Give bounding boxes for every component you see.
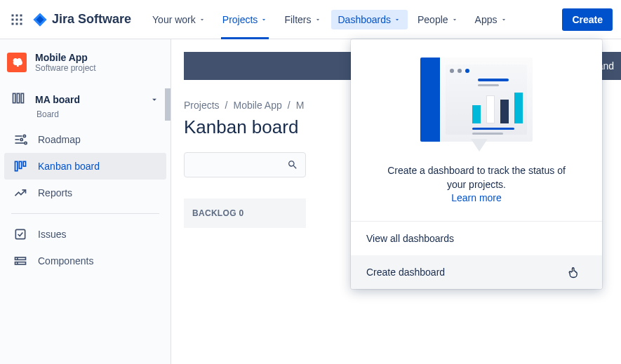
dropdown-create-dashboard[interactable]: Create dashboard <box>351 255 602 289</box>
svg-rect-19 <box>19 161 21 168</box>
sidebar-item-label: Reports <box>38 187 72 198</box>
svg-point-13 <box>23 135 25 137</box>
chevron-down-icon <box>314 16 321 23</box>
board-group-sub: Board <box>4 109 166 126</box>
dropdown-hero: Create a dashboard to track the status o… <box>351 39 602 221</box>
sidebar-item-roadmap[interactable]: Roadmap <box>4 126 166 153</box>
nav-dashboards-label: Dashboards <box>338 14 392 25</box>
sidebar-item-reports[interactable]: Reports <box>4 180 166 206</box>
project-type: Software project <box>35 63 96 73</box>
svg-rect-7 <box>16 22 18 25</box>
breadcrumb-project[interactable]: Mobile App <box>233 100 281 111</box>
sidebar-item-label: Kanban board <box>38 161 100 172</box>
nav-your-work-label: Your work <box>152 14 196 25</box>
svg-rect-4 <box>16 18 18 20</box>
svg-rect-9 <box>13 93 15 102</box>
chevron-down-icon <box>500 16 507 23</box>
svg-rect-8 <box>20 22 22 25</box>
dropdown-description: Create a dashboard to track the status o… <box>387 164 566 205</box>
breadcrumb-separator: / <box>225 100 228 111</box>
nav-your-work[interactable]: Your work <box>145 10 213 29</box>
nav-filters[interactable]: Filters <box>277 10 328 29</box>
svg-rect-5 <box>20 18 22 20</box>
project-avatar-icon <box>7 53 27 72</box>
project-header[interactable]: Mobile App Software project <box>0 52 171 86</box>
nav-apps-label: Apps <box>475 14 498 25</box>
nav-people[interactable]: People <box>410 10 465 29</box>
svg-rect-11 <box>21 93 23 102</box>
svg-rect-0 <box>12 14 14 16</box>
brand-text: Jira Software <box>52 12 131 27</box>
app-switcher-icon[interactable] <box>8 11 25 28</box>
sidebar-item-components[interactable]: Components <box>4 248 166 274</box>
kanban-icon <box>13 159 28 173</box>
sidebar-divider <box>11 213 159 214</box>
create-button[interactable]: Create <box>562 8 613 31</box>
breadcrumb-projects[interactable]: Projects <box>184 100 220 111</box>
svg-rect-3 <box>12 18 14 20</box>
cursor-hand-icon <box>567 264 581 280</box>
dashboard-illustration <box>420 58 533 156</box>
chevron-down-icon <box>149 95 159 105</box>
svg-rect-1 <box>16 14 18 16</box>
svg-rect-6 <box>12 22 14 25</box>
sidebar-item-kanban[interactable]: Kanban board <box>4 153 166 180</box>
svg-rect-20 <box>23 161 25 166</box>
nav-filters-label: Filters <box>284 14 311 25</box>
dropdown-item-label: View all dashboards <box>366 233 454 244</box>
top-nav: Jira Software Your work Projects Filters… <box>0 0 621 39</box>
reports-icon <box>13 186 28 200</box>
board-group-title: MA board <box>35 94 140 105</box>
board-icon <box>11 91 25 108</box>
column-header-backlog: BACKLOG 0 <box>184 198 306 228</box>
sidebar-item-label: Components <box>38 255 93 267</box>
breadcrumb-current[interactable]: M <box>296 100 305 111</box>
project-name: Mobile App <box>35 52 96 63</box>
column-name: BACKLOG <box>192 208 236 218</box>
sidebar-board-group[interactable]: MA board <box>4 86 166 109</box>
svg-rect-10 <box>17 93 19 102</box>
svg-rect-21 <box>15 229 25 238</box>
nav-dashboards[interactable]: Dashboards <box>331 10 408 29</box>
sidebar: Mobile App Software project MA board Boa… <box>0 39 171 364</box>
nav-apps[interactable]: Apps <box>468 10 514 29</box>
board-search-input[interactable] <box>184 152 306 177</box>
jira-logo[interactable]: Jira Software <box>32 12 131 27</box>
chevron-down-icon <box>451 16 458 23</box>
chevron-down-icon <box>394 16 401 23</box>
svg-point-17 <box>25 142 27 144</box>
chevron-down-icon <box>199 16 206 23</box>
nav-people-label: People <box>418 14 448 25</box>
components-icon <box>13 254 28 268</box>
sidebar-scrollbar[interactable] <box>163 88 171 364</box>
chevron-down-icon <box>260 16 267 23</box>
sidebar-item-label: Issues <box>38 229 66 240</box>
svg-rect-2 <box>20 14 22 16</box>
sidebar-item-label: Roadmap <box>38 134 81 145</box>
column-count: 0 <box>239 208 243 218</box>
svg-rect-23 <box>15 262 26 264</box>
scrollbar-thumb[interactable] <box>165 88 171 121</box>
svg-rect-18 <box>15 161 18 170</box>
svg-point-15 <box>20 138 22 140</box>
dashboards-dropdown: Create a dashboard to track the status o… <box>351 39 602 289</box>
svg-rect-22 <box>15 257 26 259</box>
dropdown-view-all-dashboards[interactable]: View all dashboards <box>351 222 602 255</box>
search-icon <box>287 159 298 170</box>
dropdown-item-label: Create dashboard <box>366 267 445 278</box>
issues-icon <box>13 227 28 241</box>
learn-more-link[interactable]: Learn more <box>451 192 502 203</box>
sidebar-item-issues[interactable]: Issues <box>4 221 166 248</box>
nav-projects[interactable]: Projects <box>215 10 275 29</box>
breadcrumb-separator: / <box>288 100 291 111</box>
roadmap-icon <box>13 133 28 147</box>
nav-projects-label: Projects <box>222 14 258 25</box>
